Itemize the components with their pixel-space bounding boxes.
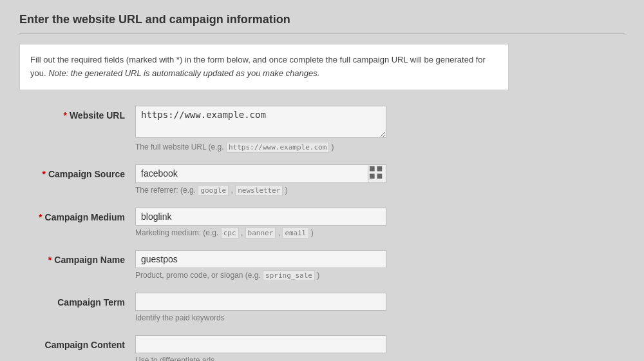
field-website-url: https://www.example.com The full website… bbox=[135, 106, 535, 151]
hint-campaign-medium: Marketing medium: (e.g. cpc , banner , e… bbox=[135, 228, 386, 237]
website-url-input[interactable]: https://www.example.com bbox=[135, 106, 386, 138]
label-website-url: *Website URL bbox=[19, 106, 135, 121]
info-box: Fill out the required fields (marked wit… bbox=[19, 44, 509, 90]
label-campaign-name: *Campaign Name bbox=[19, 250, 135, 265]
hint-campaign-content: Use to differentiate ads bbox=[135, 356, 386, 361]
form-row-website-url: *Website URL https://www.example.com The… bbox=[19, 106, 535, 151]
campaign-content-input[interactable] bbox=[135, 335, 386, 353]
form-container: *Website URL https://www.example.com The… bbox=[19, 106, 535, 361]
hint-campaign-name: Product, promo code, or slogan (e.g. spr… bbox=[135, 271, 386, 280]
campaign-medium-input[interactable] bbox=[135, 208, 386, 226]
label-campaign-content: Campaign Content bbox=[19, 335, 135, 350]
required-star-medium: * bbox=[39, 212, 42, 222]
title-divider bbox=[19, 33, 625, 34]
page-title: Enter the website URL and campaign infor… bbox=[19, 13, 625, 26]
campaign-term-input[interactable] bbox=[135, 293, 386, 311]
svg-rect-1 bbox=[377, 166, 383, 171]
field-campaign-medium: Marketing medium: (e.g. cpc , banner , e… bbox=[135, 208, 535, 237]
form-row-campaign-medium: *Campaign Medium Marketing medium: (e.g.… bbox=[19, 208, 535, 237]
field-campaign-content: Use to differentiate ads bbox=[135, 335, 535, 361]
campaign-name-input[interactable] bbox=[135, 250, 386, 268]
required-star-source: * bbox=[43, 169, 46, 179]
source-input-wrapper bbox=[135, 164, 386, 183]
info-box-italic-text: Note: the generated URL is automatically… bbox=[48, 68, 319, 78]
campaign-source-input[interactable] bbox=[135, 164, 368, 183]
form-row-campaign-content: Campaign Content Use to differentiate ad… bbox=[19, 335, 535, 361]
required-star-website-url: * bbox=[63, 110, 66, 121]
hint-campaign-source: The referrer: (e.g. google , newsletter … bbox=[135, 186, 386, 195]
hint-website-url: The full website URL (e.g. https://www.e… bbox=[135, 142, 386, 151]
field-campaign-term: Identify the paid keywords bbox=[135, 293, 535, 322]
grid-icon bbox=[368, 165, 386, 182]
form-row-campaign-name: *Campaign Name Product, promo code, or s… bbox=[19, 250, 535, 280]
label-campaign-term: Campaign Term bbox=[19, 293, 135, 307]
page-container: Enter the website URL and campaign infor… bbox=[0, 0, 644, 361]
source-icon-button[interactable] bbox=[368, 164, 386, 183]
svg-rect-0 bbox=[370, 166, 375, 171]
svg-rect-2 bbox=[370, 173, 375, 179]
field-campaign-name: Product, promo code, or slogan (e.g. spr… bbox=[135, 250, 535, 280]
form-row-campaign-term: Campaign Term Identify the paid keywords bbox=[19, 293, 535, 322]
label-campaign-medium: *Campaign Medium bbox=[19, 208, 135, 222]
form-row-campaign-source: *Campaign Source The referrer: bbox=[19, 164, 535, 195]
hint-campaign-term: Identify the paid keywords bbox=[135, 313, 386, 322]
svg-rect-3 bbox=[377, 173, 383, 179]
required-star-name: * bbox=[48, 255, 52, 265]
label-campaign-source: *Campaign Source bbox=[19, 164, 135, 179]
field-campaign-source: The referrer: (e.g. google , newsletter … bbox=[135, 164, 535, 195]
